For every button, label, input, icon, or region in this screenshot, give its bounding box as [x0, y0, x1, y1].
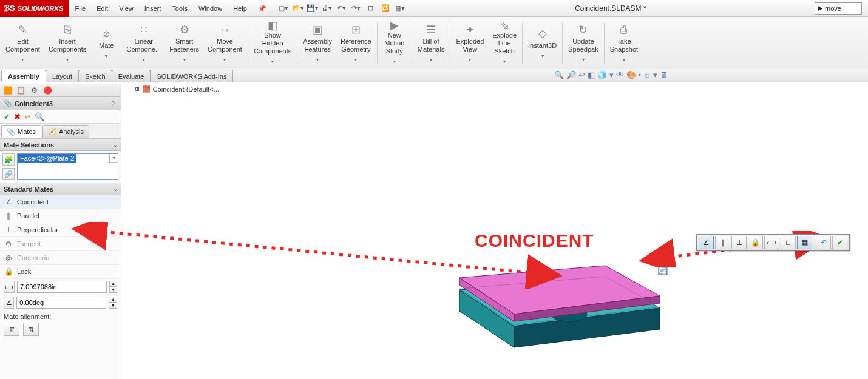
menu-view[interactable]: View — [114, 0, 139, 17]
ribbon-icon: ✎ — [18, 23, 27, 36]
ribbon-insert-button[interactable]: ⎘InsertComponents▾ — [44, 19, 90, 67]
mate-perpendicular-option[interactable]: ⊥Perpendicular — [0, 223, 121, 237]
graphics-area[interactable]: ⊞ 🧱 Coincident (Default<... 🔄 COINCIDENT — [132, 84, 868, 379]
qat-select-icon[interactable]: ⊟ — [364, 2, 378, 15]
screen-icon[interactable]: 🖥 — [660, 70, 668, 79]
ctx-perpendicular-icon[interactable]: ⊥ — [731, 236, 747, 249]
distance-spinner[interactable]: ▲▼ — [109, 281, 117, 293]
selection-item[interactable]: Face<2>@Plate-2 — [18, 154, 76, 163]
pm-help-icon[interactable]: ? — [109, 100, 117, 107]
mate-coincident-option[interactable]: ∠Coincident — [0, 195, 121, 209]
menu-file[interactable]: File — [69, 0, 91, 17]
ribbon-smart-button[interactable]: ⚙SmartFasteners▾ — [165, 19, 203, 67]
tab-evaluate[interactable]: Evaluate — [112, 70, 151, 82]
ctx-parallel-icon[interactable]: ∥ — [715, 236, 730, 249]
tab-sketch[interactable]: Sketch — [78, 70, 112, 82]
ribbon-instant3d-button[interactable]: ◇Instant3D▾ — [524, 19, 561, 67]
tree-expand-icon[interactable]: ⊞ — [135, 85, 140, 93]
rotate-gizmo-icon[interactable]: 🔄 — [657, 266, 668, 275]
tab-layout[interactable]: Layout — [46, 70, 79, 82]
display-mgr-icon[interactable]: 🔴 — [41, 85, 53, 96]
settings-icon[interactable]: ▾ — [653, 70, 657, 79]
collapse-selections-icon[interactable]: ⌵ — [114, 141, 117, 148]
mate-concentric-option[interactable]: ◎Concentric — [0, 251, 121, 265]
scene-icon[interactable]: • — [639, 70, 642, 79]
menu-window[interactable]: Window — [193, 0, 228, 17]
command-search[interactable]: ▶ move — [815, 2, 862, 15]
ctx-tangent-icon[interactable]: 🔒 — [748, 236, 763, 249]
tab-addins[interactable]: SOLIDWORKS Add-Ins — [150, 70, 233, 82]
menu-pin-icon[interactable]: 📌 — [253, 0, 272, 17]
qat-undo-icon[interactable]: ↶▾ — [335, 2, 348, 15]
selection-dropdown-icon[interactable]: ▾ — [109, 154, 118, 163]
ribbon-mate-button[interactable]: ⌀Mate▾ — [90, 19, 122, 67]
lock-icon: 🔒 — [4, 267, 13, 277]
qat-redo-icon[interactable]: ↷▾ — [350, 2, 363, 15]
selection-listbox[interactable]: Face<2>@Plate-2 ▾ — [17, 153, 118, 180]
ribbon-take-button[interactable]: ⎙TakeSnapshot▾ — [606, 19, 642, 67]
menu-insert[interactable]: Insert — [139, 0, 167, 17]
fm-tree-icon[interactable]: 🟧 — [1, 85, 13, 96]
view-orient-icon[interactable]: ▾ — [609, 70, 614, 79]
qat-rebuild-icon[interactable]: 🔁 — [379, 2, 392, 15]
subtab-analysis[interactable]: 🧭 Analysis — [42, 125, 89, 138]
ribbon-exploded-button[interactable]: ✦ExplodedView▾ — [452, 19, 488, 67]
qat-save-icon[interactable]: 💾▾ — [306, 2, 319, 15]
subtab-mates[interactable]: 📎 Mates — [1, 125, 41, 138]
ctx-ok-icon[interactable]: ✔ — [832, 236, 847, 249]
appearance-icon[interactable]: 🎨 — [626, 70, 636, 79]
ctx-distance-icon[interactable]: ⟷ — [764, 236, 779, 249]
ribbon-reference-button[interactable]: ⊞ReferenceGeometry▾ — [336, 19, 376, 67]
pm-cancel-icon[interactable]: ✖ — [14, 112, 21, 121]
ribbon-icon: ↻ — [578, 23, 588, 36]
model-plate[interactable] — [447, 253, 672, 363]
pm-ok-icon[interactable]: ✔ — [4, 112, 10, 121]
pm-icon[interactable]: 📋 — [15, 85, 27, 96]
flyout-tree-root[interactable]: ⊞ 🧱 Coincident (Default<... — [135, 85, 219, 93]
mate-lock-option[interactable]: 🔒Lock — [0, 265, 121, 279]
mate-tangent-option[interactable]: ⊖Tangent — [0, 237, 121, 251]
collapse-standard-icon[interactable]: ⌵ — [114, 186, 117, 192]
ribbon-linear-button[interactable]: ∷LinearCompone...▾ — [122, 19, 165, 67]
angle-input[interactable] — [16, 297, 106, 309]
qat-new-icon[interactable]: ▢▾ — [277, 2, 290, 15]
display-style-icon[interactable]: 🧊 — [597, 70, 607, 79]
multi-mate-icon[interactable]: 🔗 — [2, 168, 15, 180]
qat-options-icon[interactable]: ▦▾ — [393, 2, 407, 15]
distance-input[interactable] — [17, 281, 107, 293]
qat-open-icon[interactable]: 📂▾ — [291, 2, 305, 15]
hide-show-icon[interactable]: 👁 — [616, 70, 624, 79]
angle-spinner[interactable]: ▲▼ — [109, 297, 117, 309]
ribbon-assembly-button[interactable]: ▣AssemblyFeatures▾ — [299, 19, 336, 67]
qat-print-icon[interactable]: 🖨▾ — [320, 2, 334, 15]
alignment-anti-icon[interactable]: ⇅ — [23, 323, 39, 336]
angle-icon: ∠ — [4, 297, 14, 309]
ctx-angle-icon[interactable]: ∟ — [781, 236, 796, 249]
section-view-icon[interactable]: ◧ — [588, 70, 595, 79]
entities-filter-icon[interactable]: 🧩 — [2, 153, 15, 166]
ctx-undo-icon[interactable]: ↶ — [816, 236, 831, 249]
menu-edit[interactable]: Edit — [91, 0, 114, 17]
pm-preview-icon[interactable]: 🔍 — [35, 112, 44, 121]
ribbon-toolbar: ✎EditComponent▾⎘InsertComponents▾⌀Mate▾∷… — [0, 17, 868, 69]
ribbon-move-button[interactable]: ↔MoveComponent▾ — [203, 19, 246, 67]
pm-pushpin-icon[interactable]: ↩ — [24, 112, 31, 121]
ctx-flip-icon[interactable]: ▦ — [797, 236, 812, 249]
ctx-coincident-icon[interactable]: ∠ — [699, 236, 714, 249]
ribbon-update-button[interactable]: ↻UpdateSpeedpak▾ — [564, 19, 603, 67]
menu-help[interactable]: Help — [228, 0, 253, 17]
tab-assembly[interactable]: Assembly — [1, 70, 46, 82]
alignment-aligned-icon[interactable]: ⇈ — [4, 323, 19, 336]
zoom-fit-icon[interactable]: 🔍 — [554, 70, 564, 79]
ribbon-edit-button[interactable]: ✎EditComponent▾ — [1, 19, 44, 67]
zoom-area-icon[interactable]: 🔎 — [566, 70, 576, 79]
prev-view-icon[interactable]: ↩ — [578, 70, 585, 79]
config-icon[interactable]: ⚙ — [28, 85, 40, 96]
ribbon-explode-button[interactable]: ⇘ExplodeLineSketch▾ — [488, 19, 521, 67]
ribbon-new-button[interactable]: ▶NewMotionStudy▾ — [379, 19, 410, 67]
menu-tools[interactable]: Tools — [166, 0, 193, 17]
mate-parallel-option[interactable]: ∥Parallel — [0, 209, 121, 223]
ribbon-show-button[interactable]: ◧ShowHiddenComponents▾ — [249, 19, 296, 67]
ribbon-bill-of-button[interactable]: ☰Bill ofMaterials▾ — [413, 19, 449, 67]
render-icon[interactable]: ☼ — [643, 70, 651, 79]
